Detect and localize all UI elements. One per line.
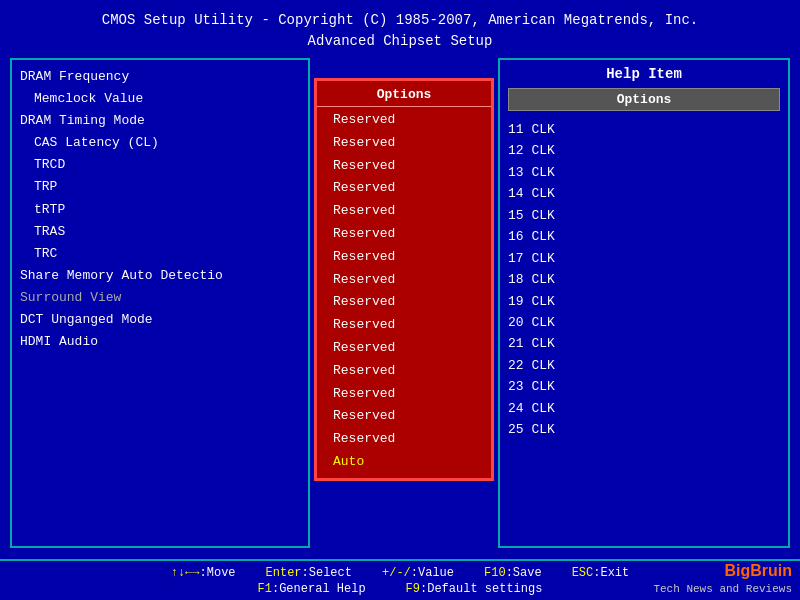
dropdown-item[interactable]: Reserved (317, 337, 491, 360)
footer-label: :Exit (593, 566, 629, 580)
menu-item[interactable]: Memclock Value (20, 88, 300, 110)
clk-list: 11 CLK12 CLK13 CLK14 CLK15 CLK16 CLK17 C… (508, 119, 780, 441)
footer-label: :Default settings (420, 582, 542, 596)
menu-item[interactable]: DRAM Frequency (20, 66, 300, 88)
left-panel: DRAM FrequencyMemclock ValueDRAM Timing … (10, 58, 310, 548)
dropdown-item[interactable]: Reserved (317, 360, 491, 383)
menu-item[interactable]: TRC (20, 243, 300, 265)
right-panel-title: Help Item (508, 66, 780, 82)
dropdown-items: ReservedReservedReservedReservedReserved… (317, 109, 491, 474)
dropdown-item[interactable]: Reserved (317, 291, 491, 314)
clk-item: 18 CLK (508, 269, 780, 290)
menu-item[interactable]: Share Memory Auto Detectio (20, 265, 300, 287)
menu-item[interactable]: TRP (20, 176, 300, 198)
footer-key: F1 (258, 582, 272, 596)
clk-item: 25 CLK (508, 419, 780, 440)
menu-item[interactable]: DCT Unganged Mode (20, 309, 300, 331)
clk-item: 14 CLK (508, 183, 780, 204)
clk-item: 22 CLK (508, 355, 780, 376)
dropdown-title: Options (317, 85, 491, 107)
clk-item: 17 CLK (508, 248, 780, 269)
header: CMOS Setup Utility - Copyright (C) 1985-… (0, 0, 800, 58)
dropdown-item[interactable]: Reserved (317, 246, 491, 269)
clk-item: 24 CLK (508, 398, 780, 419)
footer-label: :Save (506, 566, 542, 580)
menu-item[interactable]: HDMI Audio (20, 331, 300, 353)
menu-item[interactable]: TRCD (20, 154, 300, 176)
menu-item[interactable]: CAS Latency (CL) (20, 132, 300, 154)
footer-key: F9 (406, 582, 420, 596)
footer-item: ESC:Exit (572, 566, 630, 580)
footer-key: Enter (266, 566, 302, 580)
dropdown-item[interactable]: Reserved (317, 314, 491, 337)
footer-label: :General Help (272, 582, 366, 596)
dropdown-box: Options ReservedReservedReservedReserved… (314, 78, 494, 481)
header-line1: CMOS Setup Utility - Copyright (C) 1985-… (20, 10, 780, 31)
dropdown-item[interactable]: Reserved (317, 383, 491, 406)
options-box: Options (508, 88, 780, 111)
watermark-tagline: Tech News and Reviews (653, 582, 792, 596)
menu-item[interactable]: DRAM Timing Mode (20, 110, 300, 132)
footer-key: ↑↓←→ (171, 566, 200, 580)
clk-item: 21 CLK (508, 333, 780, 354)
footer-item: F10:Save (484, 566, 542, 580)
clk-item: 11 CLK (508, 119, 780, 140)
clk-item: 15 CLK (508, 205, 780, 226)
clk-item: 19 CLK (508, 291, 780, 312)
footer-item: ↑↓←→:Move (171, 566, 236, 580)
clk-item: 12 CLK (508, 140, 780, 161)
dropdown-item[interactable]: Reserved (317, 109, 491, 132)
dropdown-item[interactable]: Reserved (317, 405, 491, 428)
main-layout: DRAM FrequencyMemclock ValueDRAM Timing … (10, 58, 790, 548)
menu-item[interactable]: Surround View (20, 287, 300, 309)
footer-label: :Value (411, 566, 454, 580)
dropdown-item[interactable]: Reserved (317, 269, 491, 292)
dropdown-item[interactable]: Reserved (317, 223, 491, 246)
menu-item[interactable]: TRAS (20, 221, 300, 243)
clk-item: 16 CLK (508, 226, 780, 247)
footer-key: ESC (572, 566, 594, 580)
clk-item: 20 CLK (508, 312, 780, 333)
right-panel: Help Item Options 11 CLK12 CLK13 CLK14 C… (498, 58, 790, 548)
center-panel: Options ReservedReservedReservedReserved… (314, 58, 494, 548)
clk-item: 13 CLK (508, 162, 780, 183)
watermark-brand: BigBruin (653, 561, 792, 582)
dropdown-item[interactable]: Reserved (317, 155, 491, 178)
watermark: BigBruin Tech News and Reviews (653, 561, 792, 596)
footer-item: Enter:Select (266, 566, 352, 580)
dropdown-item[interactable]: Auto (317, 451, 491, 474)
footer-item: F9:Default settings (406, 582, 543, 596)
clk-item: 23 CLK (508, 376, 780, 397)
menu-item[interactable]: tRTP (20, 199, 300, 221)
footer-key: +/-/ (382, 566, 411, 580)
dropdown-item[interactable]: Reserved (317, 132, 491, 155)
footer-label: :Select (302, 566, 352, 580)
dropdown-item[interactable]: Reserved (317, 200, 491, 223)
header-line2: Advanced Chipset Setup (20, 31, 780, 52)
dropdown-item[interactable]: Reserved (317, 428, 491, 451)
footer-label: :Move (200, 566, 236, 580)
footer-item: F1:General Help (258, 582, 366, 596)
dropdown-item[interactable]: Reserved (317, 177, 491, 200)
footer-key: F10 (484, 566, 506, 580)
footer-item: +/-/:Value (382, 566, 454, 580)
